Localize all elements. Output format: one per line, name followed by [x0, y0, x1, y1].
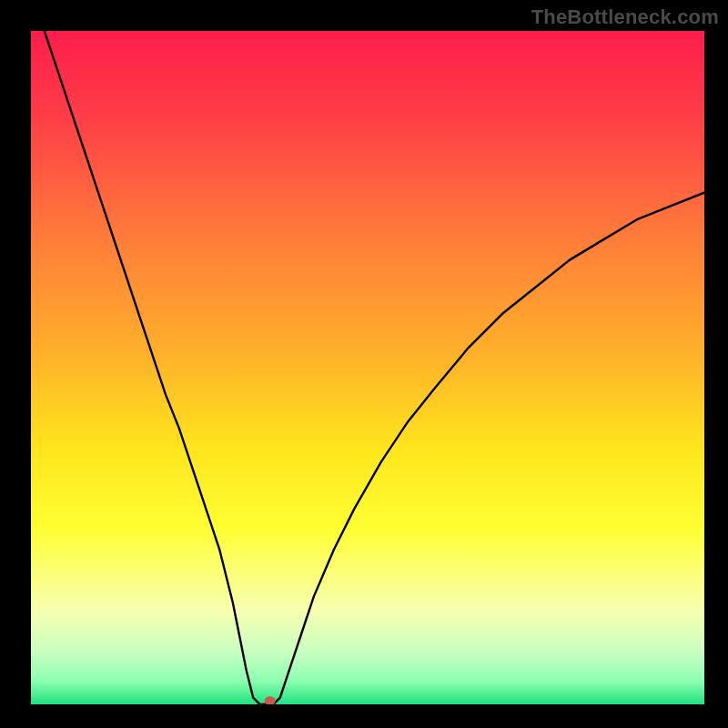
- watermark-text: TheBottleneck.com: [531, 5, 719, 29]
- gradient-rect: [31, 31, 704, 704]
- gradient-plot-area: [31, 31, 704, 704]
- chart-frame: TheBottleneck.com: [0, 0, 728, 728]
